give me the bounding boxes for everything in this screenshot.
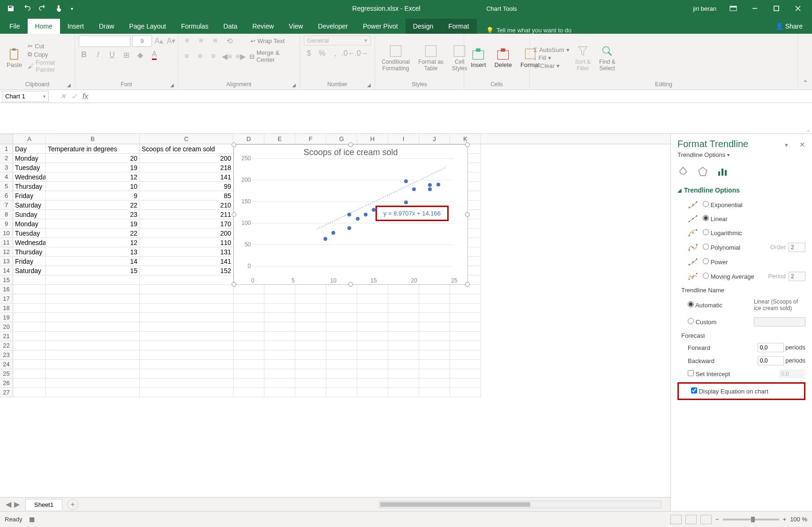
row-header[interactable]: 25 [0, 369, 13, 379]
cell[interactable] [419, 360, 450, 369]
backward-input[interactable] [758, 356, 784, 365]
col-header[interactable]: E [264, 134, 295, 144]
share-button[interactable]: 👤Share [768, 19, 810, 34]
cell[interactable] [233, 360, 264, 369]
cell[interactable] [388, 379, 419, 388]
cell[interactable] [140, 294, 233, 304]
row-header[interactable]: 7 [0, 200, 13, 210]
resize-handle[interactable] [232, 142, 236, 147]
cell[interactable]: Sunday [13, 210, 46, 219]
col-header[interactable]: K [450, 134, 481, 144]
cell[interactable] [13, 304, 46, 313]
row-header[interactable]: 8 [0, 210, 13, 219]
cell[interactable] [326, 294, 357, 304]
conditional-formatting-button[interactable]: Conditional Formatting [379, 45, 413, 72]
paste-button[interactable]: Paste [4, 47, 25, 68]
cell[interactable] [295, 388, 326, 397]
cell[interactable] [233, 313, 264, 322]
data-point[interactable] [323, 237, 327, 241]
col-header[interactable]: F [295, 134, 326, 144]
row-header[interactable]: 18 [0, 304, 13, 313]
embedded-chart[interactable]: Scoops of ice cream sold 050100150200250… [233, 144, 468, 285]
effects-tab-icon[interactable] [697, 166, 708, 177]
undo-icon[interactable] [20, 1, 34, 15]
cell[interactable] [140, 369, 233, 379]
find-select-button[interactable]: Find & Select [596, 45, 618, 72]
cell[interactable]: 141 [140, 172, 233, 182]
cell[interactable] [46, 313, 140, 322]
cell[interactable] [233, 332, 264, 341]
cell[interactable] [295, 369, 326, 379]
macro-record-icon[interactable]: ▦ [29, 516, 35, 523]
cell[interactable] [388, 304, 419, 313]
cell[interactable] [357, 313, 388, 322]
cell[interactable]: 200 [140, 154, 233, 163]
cut-button[interactable]: ✂Cut [28, 42, 71, 50]
data-point[interactable] [404, 179, 408, 183]
cell[interactable] [13, 332, 46, 341]
cell[interactable] [233, 379, 264, 388]
cell[interactable] [13, 322, 46, 332]
fill-color-button[interactable]: ◆ [135, 50, 145, 60]
cell[interactable] [46, 322, 140, 332]
cell[interactable] [46, 379, 140, 388]
cell[interactable]: Tuesday [13, 163, 46, 172]
cell[interactable] [419, 388, 450, 397]
cell[interactable]: 22 [46, 200, 140, 210]
cell[interactable]: Saturday [13, 200, 46, 210]
cell[interactable] [295, 350, 326, 360]
cell[interactable] [140, 341, 233, 350]
cell[interactable] [140, 322, 233, 332]
comma-icon[interactable]: , [330, 48, 340, 59]
collapse-ribbon-icon[interactable]: ⌃ [798, 34, 812, 89]
cell[interactable]: 170 [140, 219, 233, 229]
trendline-type-option[interactable]: Moving AveragePeriod [677, 269, 805, 284]
cell[interactable] [450, 294, 481, 304]
pane-close-icon[interactable]: ✕ [799, 141, 805, 148]
cell[interactable] [13, 341, 46, 350]
underline-button[interactable]: U [107, 50, 117, 60]
cell[interactable] [13, 275, 46, 285]
tab-data[interactable]: Data [216, 19, 245, 34]
cell[interactable] [140, 350, 233, 360]
decrease-decimal-icon[interactable]: .0→ [356, 48, 367, 59]
row-header[interactable]: 6 [0, 191, 13, 200]
data-point[interactable] [356, 217, 360, 221]
cell[interactable] [46, 388, 140, 397]
row-header[interactable]: 19 [0, 313, 13, 322]
zoom-in-icon[interactable]: + [783, 516, 787, 523]
tab-review[interactable]: Review [245, 19, 281, 34]
cell[interactable]: 99 [140, 182, 233, 191]
fx-icon[interactable]: fx [80, 91, 91, 102]
tab-page-layout[interactable]: Page Layout [122, 19, 174, 34]
cell[interactable] [419, 322, 450, 332]
resize-handle[interactable] [348, 282, 353, 287]
minimize-icon[interactable] [744, 1, 765, 15]
data-point[interactable] [428, 187, 432, 191]
cell[interactable]: 200 [140, 229, 233, 238]
row-header[interactable]: 21 [0, 332, 13, 341]
cell[interactable] [388, 332, 419, 341]
normal-view-icon[interactable] [670, 515, 682, 524]
cell[interactable] [388, 341, 419, 350]
trendline-type-option[interactable]: Linear [677, 212, 805, 226]
col-header[interactable]: H [357, 134, 388, 144]
cell[interactable]: 85 [140, 191, 233, 200]
tab-insert[interactable]: Insert [60, 19, 91, 34]
data-point[interactable] [347, 226, 351, 230]
cell[interactable] [264, 294, 295, 304]
wrap-text-button[interactable]: ↩Wrap Text [250, 37, 285, 45]
cell[interactable] [264, 285, 295, 294]
align-left-icon[interactable]: ≡ [182, 51, 191, 61]
forward-input[interactable] [758, 343, 784, 352]
format-as-table-button[interactable]: Format as Table [415, 45, 446, 72]
cell[interactable]: 22 [46, 229, 140, 238]
cell[interactable]: 131 [140, 247, 233, 257]
cell[interactable] [233, 388, 264, 397]
launcher-icon[interactable]: ◢ [170, 82, 174, 88]
cell[interactable] [233, 369, 264, 379]
col-header[interactable]: C [140, 134, 233, 144]
custom-name-input[interactable] [754, 317, 805, 327]
row-header[interactable]: 1 [0, 144, 13, 154]
cell[interactable] [46, 275, 140, 285]
